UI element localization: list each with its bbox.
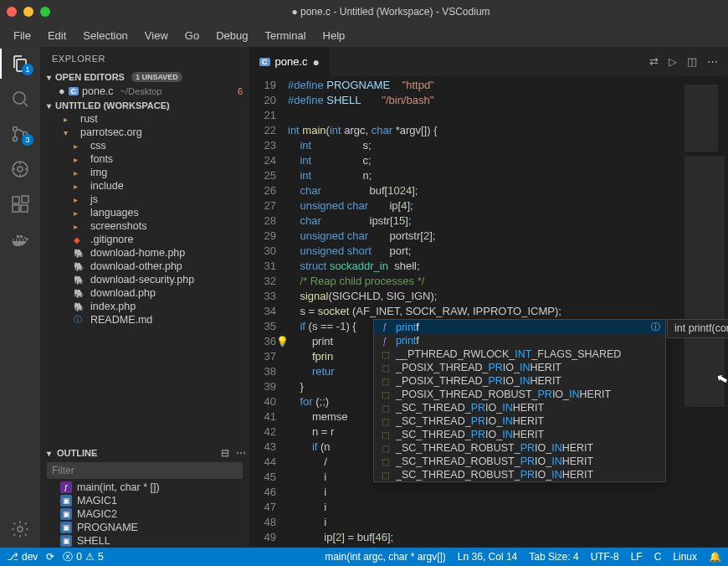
tree-item[interactable]: 🐘download-home.php <box>40 246 249 260</box>
suggest-item[interactable]: ⬚_SC_THREAD_ROBUST_PRIO_INHERIT <box>374 468 665 481</box>
git-icon: ◆ <box>74 235 85 244</box>
settings-icon[interactable] <box>10 519 30 539</box>
modified-dot-icon: ● <box>59 85 65 97</box>
folder-icon: ▸ <box>74 142 85 151</box>
outline-filter[interactable]: Filter <box>47 462 243 479</box>
suggest-item[interactable]: ⬚_SC_THREAD_PRIO_INHERIT <box>374 428 665 441</box>
suggest-item[interactable]: ⬚_POSIX_THREAD_PRIO_INHERIT <box>374 374 665 388</box>
editor-body[interactable]: 1920212223242526272829303132333435363738… <box>249 76 728 548</box>
tree-item[interactable]: ⓘREADME.md <box>40 313 249 327</box>
split-icon[interactable]: ◫ <box>687 55 697 68</box>
menu-terminal[interactable]: Terminal <box>258 28 312 44</box>
tree-item[interactable]: ▸img <box>40 166 249 179</box>
outline-item[interactable]: ▣PROGNAME <box>40 521 249 534</box>
sidebar-title: EXPLORER <box>40 47 249 70</box>
constant-icon: ⬚ <box>379 348 391 360</box>
collapse-icon[interactable]: ⊟ <box>221 447 229 459</box>
breadcrumb[interactable]: main(int argc, char * argv[]) <box>325 551 446 563</box>
minimap[interactable] <box>681 76 728 548</box>
tree-item[interactable]: ▸languages <box>40 206 249 219</box>
suggest-item[interactable]: ⬚_SC_THREAD_ROBUST_PRIO_INHERIT <box>374 441 665 455</box>
tree-item[interactable]: 🐘download-security.php <box>40 273 249 286</box>
menu-view[interactable]: View <box>138 28 175 44</box>
menu-help[interactable]: Help <box>316 28 352 44</box>
suggest-item[interactable]: ⬚_SC_THREAD_PRIO_INHERIT <box>374 401 665 414</box>
debug-icon[interactable] <box>10 159 30 179</box>
tree-item[interactable]: ▾parrotsec.org <box>40 126 249 139</box>
tree-item[interactable]: ▸fonts <box>40 152 249 166</box>
gutter: 1920212223242526272829303132333435363738… <box>249 76 288 548</box>
tree-item[interactable]: ◆.gitignore <box>40 233 249 246</box>
tree-item[interactable]: 🐘download.php <box>40 286 249 300</box>
window-controls <box>7 7 50 17</box>
menu-go[interactable]: Go <box>178 28 206 44</box>
suggest-item[interactable]: ƒprintfⓘ <box>374 320 665 334</box>
cursor-position[interactable]: Ln 36, Col 14 <box>458 551 517 563</box>
compare-icon[interactable]: ⇄ <box>649 55 659 68</box>
feedback-icon[interactable]: 🔔 <box>709 551 721 563</box>
minimize-window[interactable] <box>23 7 33 17</box>
explorer-badge: 1 <box>22 64 33 75</box>
lightbulb-icon[interactable]: 💡 <box>276 334 289 349</box>
maximize-window[interactable] <box>40 7 50 17</box>
outline-item[interactable]: ▣MAGIC1 <box>40 494 249 507</box>
language-mode[interactable]: C <box>654 551 662 563</box>
file-icon: 🐘 <box>74 249 85 258</box>
outline-header[interactable]: ▾ OUTLINE ⊟ ⋯ <box>40 445 249 461</box>
search-icon[interactable] <box>10 89 30 109</box>
extensions-icon[interactable] <box>10 194 30 214</box>
run-icon[interactable]: ▷ <box>669 55 677 68</box>
branch-indicator[interactable]: ⎇dev <box>7 551 38 563</box>
outline-item[interactable]: ƒmain(int, char * []) <box>40 481 249 494</box>
tree-item[interactable]: ▸js <box>40 193 249 206</box>
tree-item[interactable]: ▸include <box>40 179 249 193</box>
editor: C pone.c ● ⇄ ▷ ◫ ⋯ 192021222324252627282… <box>249 47 728 548</box>
indentation[interactable]: Tab Size: 4 <box>529 551 578 563</box>
outline-item[interactable]: ▣SHELL <box>40 534 249 548</box>
symbol-icon: ▣ <box>60 495 72 507</box>
suggest-widget[interactable]: ƒprintfⓘƒprintf⬚__PTHREAD_RWLOCK_INT_FLA… <box>373 319 666 482</box>
suggest-item[interactable]: ⬚_SC_THREAD_ROBUST_PRIO_INHERIT <box>374 455 665 468</box>
problems-indicator[interactable]: ⓧ0 ⚠5 <box>63 550 103 564</box>
suggest-item[interactable]: ⬚__PTHREAD_RWLOCK_INT_FLAGS_SHARED <box>374 347 665 361</box>
symbol-icon: ▣ <box>60 508 72 520</box>
suggest-item[interactable]: ⬚_POSIX_THREAD_PRIO_INHERIT <box>374 361 665 374</box>
file-icon: 🐘 <box>74 262 85 271</box>
svg-point-5 <box>18 167 23 172</box>
sync-button[interactable]: ⟳ <box>46 551 54 563</box>
suggest-item[interactable]: ⬚_SC_THREAD_PRIO_INHERIT <box>374 414 665 428</box>
outline-item[interactable]: ▣MAGIC2 <box>40 507 249 521</box>
explorer-icon[interactable]: 1 <box>10 54 30 74</box>
info-icon[interactable]: ⓘ <box>651 321 660 333</box>
suggest-detail: int printf(const char *__restrict__ …ⓘ <box>667 319 728 338</box>
menu-edit[interactable]: Edit <box>41 28 73 44</box>
modified-dot-icon: ● <box>313 55 320 69</box>
eol[interactable]: LF <box>631 551 643 563</box>
tree-item[interactable]: 🐘download-other.php <box>40 260 249 273</box>
open-editors-header[interactable]: ▾ OPEN EDITORS 1 UNSAVED <box>40 70 249 84</box>
tree-item[interactable]: ▸rust <box>40 112 249 126</box>
menu-selection[interactable]: Selection <box>76 28 134 44</box>
md-icon: ⓘ <box>74 314 85 326</box>
svg-rect-8 <box>21 205 28 212</box>
open-editor-item[interactable]: ● C pone.c ~/Desktop 6 <box>40 84 249 99</box>
tree-item[interactable]: 🐘index.php <box>40 300 249 313</box>
encoding[interactable]: UTF-8 <box>591 551 619 563</box>
docker-icon[interactable] <box>10 229 30 250</box>
function-icon: ƒ <box>379 335 391 347</box>
tree-item[interactable]: ▸screenshots <box>40 219 249 233</box>
c-file-icon: C <box>259 58 270 66</box>
constant-icon: ⬚ <box>379 455 391 467</box>
tab-pone-c[interactable]: C pone.c ● <box>249 47 331 76</box>
more-icon[interactable]: ⋯ <box>707 55 718 68</box>
suggest-item[interactable]: ƒprintf <box>374 334 665 347</box>
os-indicator[interactable]: Linux <box>673 551 697 563</box>
more-icon[interactable]: ⋯ <box>236 447 246 459</box>
close-window[interactable] <box>7 7 17 17</box>
menu-debug[interactable]: Debug <box>209 28 254 44</box>
scm-icon[interactable]: 3 <box>10 124 30 144</box>
suggest-item[interactable]: ⬚_POSIX_THREAD_ROBUST_PRIO_INHERIT <box>374 388 665 401</box>
tree-item[interactable]: ▸css <box>40 139 249 152</box>
menu-file[interactable]: File <box>7 28 38 44</box>
workspace-header[interactable]: ▾ UNTITLED (WORKSPACE) <box>40 99 249 112</box>
